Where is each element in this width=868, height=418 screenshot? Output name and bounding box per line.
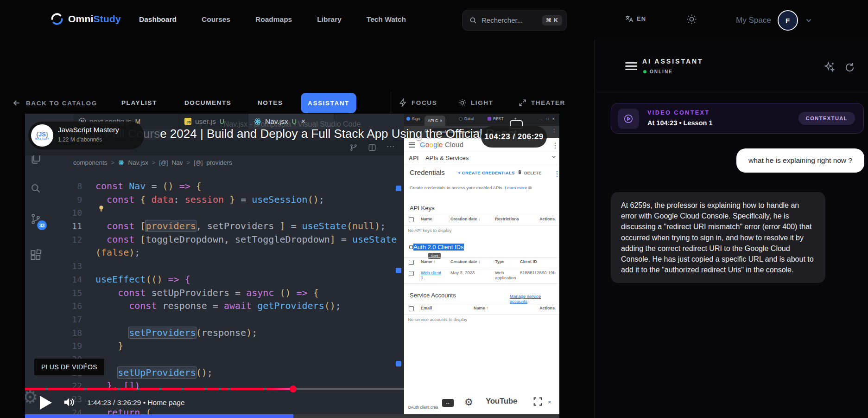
video-context-card[interactable]: VIDEO CONTEXT At 104:23 • Lesson 1 CONTE… [611,103,864,134]
code-token: setProviders [129,327,196,338]
code-token: ( [347,220,352,232]
sparkles-icon[interactable] [824,61,835,73]
language-switcher[interactable]: EN [625,14,646,23]
panel-header-divider [596,92,868,92]
service-accounts-empty: No service accounts to display [408,317,467,322]
source-control-badge: 33 [37,220,47,230]
channel-avatar: {JS} MASTERY [31,124,53,147]
video-player[interactable]: 33 N next.config.js M JS user.js U Nav.j… [25,114,559,414]
code-line: 15 const setUpProviders = async () => { [25,286,404,300]
platform-progress-track[interactable] [25,414,559,418]
code-token: { [196,180,202,192]
code-token [291,287,296,298]
chevron-down-icon [805,16,813,25]
more-icon: ⋮ [553,169,559,178]
code-token: ; [207,367,213,378]
code-token: const [118,287,151,298]
code-token: getProviders [257,300,324,311]
code-token: const [129,300,162,311]
service-accounts-title: Service Accounts [410,292,456,299]
checkbox [409,306,414,311]
checkbox [409,217,414,222]
chapter-segment [230,388,264,390]
code-line: 22 }, []) [25,379,404,392]
code-token [95,327,129,338]
code-token [174,180,179,192]
volume-button[interactable] [62,396,75,409]
back-to-catalog-button[interactable]: BACK TO CATALOG [12,98,97,108]
api-logo: API [409,155,419,161]
code-token: ( [196,327,202,338]
progress-scrubber[interactable] [290,386,297,392]
tab-notes[interactable]: NOTES [258,99,283,106]
toolbar-divider [391,92,391,113]
reset-icon[interactable] [844,62,855,73]
panel-title: AI ASSISTANT [642,58,703,65]
nav-library[interactable]: Library [317,15,342,24]
code-token: const [107,194,140,205]
video-progress-bar[interactable] [25,388,559,390]
logo-spinner-icon [50,12,64,26]
line-number: 14 [25,273,95,287]
lightbulb-icon [97,205,105,212]
search-input[interactable]: Rechercher... ⌘ K [462,10,567,31]
code-token: ] [330,234,336,245]
logo[interactable]: OmniStudy [50,12,121,26]
code-token: useSession [252,194,307,205]
avatar[interactable]: F [778,10,798,31]
more-icon: ⋮ [551,141,559,150]
more-videos-button[interactable]: PLUS DE VIDÉOS [34,359,104,375]
javascript-icon: JS [184,118,191,125]
nav-tech-watch[interactable]: Tech Watch [367,15,406,24]
line-number: 12 [25,233,95,247]
code-token: ; [319,194,324,205]
settings-gear-button[interactable]: ⚙ [464,397,473,408]
code-token [95,340,118,351]
checkbox [409,260,414,265]
api-keys-empty: No API keys to display [408,228,452,233]
nav-courses[interactable]: Courses [202,15,230,24]
tab-playlist[interactable]: PLAYLIST [121,99,157,106]
theater-mode-button[interactable]: THEATER [518,98,565,107]
code-line: 10 [25,206,404,219]
create-credentials-button: + CREATE CREDENTIALS [458,170,515,175]
ai-message: At 6259s, the professor is explaining ho… [611,192,825,283]
fullscreen-button[interactable] [533,397,543,406]
channel-card[interactable]: {JS} MASTERY JavaScript Mastery 1,22 M d… [28,122,144,149]
tab-assistant[interactable]: ASSISTANT [301,93,356,113]
light-mode-button[interactable]: LIGHT [458,98,494,107]
code-token: { [313,287,319,298]
overlay-handle [396,361,401,367]
chapter-segment [267,388,293,390]
my-space-menu[interactable]: My Space F [736,10,813,31]
captions-button[interactable]: -- [442,399,454,407]
tab-documents[interactable]: DOCUMENTS [184,99,231,106]
nav-roadmaps[interactable]: Roadmaps [255,15,292,24]
theme-toggle[interactable] [686,13,697,25]
youtube-logo[interactable]: YouTube [486,397,517,406]
code-token [95,300,129,311]
gear-icon: ⚙ [25,388,38,406]
focus-button[interactable]: FOCUS [399,98,437,107]
code-token: ; [380,220,386,232]
main-nav: Dashboard Courses Roadmaps Library Tech … [139,15,406,24]
code-token: [ [140,234,146,245]
code-token: { [140,194,151,205]
code-token: Nav [129,180,146,192]
contextual-badge: CONTEXTUAL [798,112,855,125]
gcloud-page: Google Cloud ⋮ API APIs & Services Crede… [404,138,559,414]
code-line: 14useEffect(() => { [25,273,404,286]
overlay-handle [396,268,401,273]
panel-menu-button[interactable] [625,62,637,70]
code-line: 11 const [providers, setProviders ] = us… [25,219,404,233]
nav-dashboard[interactable]: Dashboard [139,15,177,24]
line-number: 19 [25,340,95,353]
top-navbar: OmniStudy Dashboard Courses Roadmaps Lib… [0,0,868,40]
code-token: => [297,287,308,298]
play-button[interactable] [40,396,52,410]
sort-tooltip: Sort [428,253,441,259]
video-time-display: 1:44:23 / 3:26:29 • Home page [87,399,185,407]
arrow-left-icon [12,98,21,108]
line-number: 10 [25,206,95,220]
editor-actions: ⋯ [349,143,394,152]
